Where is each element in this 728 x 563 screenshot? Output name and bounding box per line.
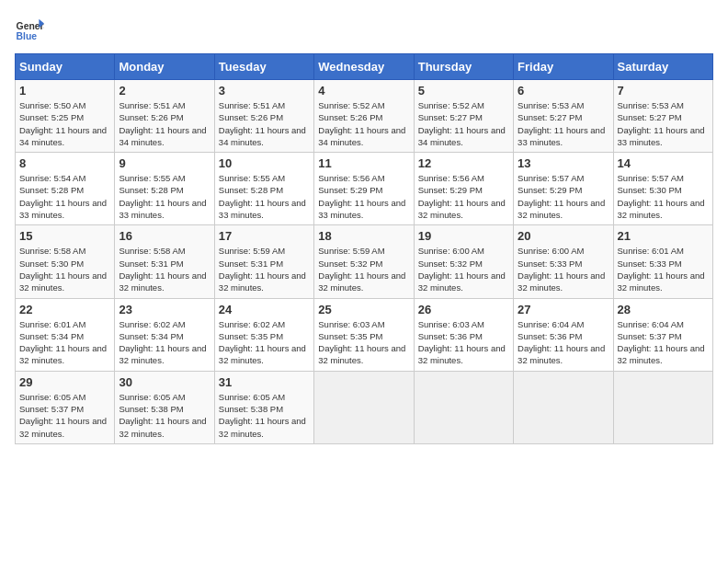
calendar-cell: 11 Sunrise: 5:56 AMSunset: 5:29 PMDaylig… bbox=[314, 153, 414, 225]
day-number: 13 bbox=[518, 156, 609, 170]
calendar-cell: 7 Sunrise: 5:53 AMSunset: 5:27 PMDayligh… bbox=[613, 80, 712, 153]
calendar-cell: 28 Sunrise: 6:04 AMSunset: 5:37 PMDaylig… bbox=[613, 298, 712, 371]
calendar-cell: 31 Sunrise: 6:05 AMSunset: 5:38 PMDaylig… bbox=[214, 371, 313, 443]
calendar-cell: 3 Sunrise: 5:51 AMSunset: 5:26 PMDayligh… bbox=[214, 80, 313, 153]
day-number: 15 bbox=[19, 229, 110, 243]
day-info: Sunrise: 5:52 AMSunset: 5:26 PMDaylight:… bbox=[318, 99, 409, 148]
day-info: Sunrise: 5:52 AMSunset: 5:27 PMDaylight:… bbox=[418, 99, 509, 148]
day-number: 1 bbox=[19, 84, 110, 98]
day-number: 25 bbox=[318, 303, 409, 316]
calendar-cell: 5 Sunrise: 5:52 AMSunset: 5:27 PMDayligh… bbox=[414, 80, 513, 153]
calendar-cell: 25 Sunrise: 6:03 AMSunset: 5:35 PMDaylig… bbox=[314, 298, 414, 371]
day-info: Sunrise: 5:57 AMSunset: 5:30 PMDaylight:… bbox=[618, 172, 709, 221]
calendar-cell bbox=[613, 371, 712, 443]
calendar-cell: 18 Sunrise: 5:59 AMSunset: 5:32 PMDaylig… bbox=[314, 225, 414, 298]
calendar-cell: 1 Sunrise: 5:50 AMSunset: 5:25 PMDayligh… bbox=[16, 80, 115, 153]
day-number: 22 bbox=[19, 303, 110, 316]
weekday-header: Monday bbox=[115, 54, 214, 80]
calendar-week-row: 15 Sunrise: 5:58 AMSunset: 5:30 PMDaylig… bbox=[16, 225, 713, 298]
day-info: Sunrise: 6:01 AMSunset: 5:33 PMDaylight:… bbox=[618, 245, 709, 293]
day-info: Sunrise: 5:59 AMSunset: 5:32 PMDaylight:… bbox=[318, 245, 409, 293]
day-info: Sunrise: 6:04 AMSunset: 5:37 PMDaylight:… bbox=[618, 318, 709, 367]
day-number: 6 bbox=[518, 84, 609, 98]
day-info: Sunrise: 5:55 AMSunset: 5:28 PMDaylight:… bbox=[119, 172, 210, 221]
weekday-header: Wednesday bbox=[314, 54, 414, 80]
day-number: 3 bbox=[219, 84, 310, 98]
page-header: GeneralBlue bbox=[15, 15, 713, 44]
calendar-cell: 17 Sunrise: 5:59 AMSunset: 5:31 PMDaylig… bbox=[214, 225, 313, 298]
svg-text:Blue: Blue bbox=[17, 31, 38, 41]
day-number: 29 bbox=[19, 375, 110, 389]
day-info: Sunrise: 6:03 AMSunset: 5:35 PMDaylight:… bbox=[318, 318, 409, 367]
calendar-cell: 29 Sunrise: 6:05 AMSunset: 5:37 PMDaylig… bbox=[16, 371, 115, 443]
day-info: Sunrise: 6:00 AMSunset: 5:33 PMDaylight:… bbox=[518, 245, 609, 293]
calendar-cell: 27 Sunrise: 6:04 AMSunset: 5:36 PMDaylig… bbox=[514, 298, 613, 371]
day-number: 30 bbox=[119, 375, 210, 389]
day-info: Sunrise: 6:02 AMSunset: 5:34 PMDaylight:… bbox=[119, 318, 210, 367]
day-info: Sunrise: 5:57 AMSunset: 5:29 PMDaylight:… bbox=[518, 172, 609, 221]
day-number: 12 bbox=[418, 156, 509, 170]
calendar-week-row: 1 Sunrise: 5:50 AMSunset: 5:25 PMDayligh… bbox=[16, 80, 713, 153]
calendar-cell: 23 Sunrise: 6:02 AMSunset: 5:34 PMDaylig… bbox=[115, 298, 214, 371]
calendar-cell: 22 Sunrise: 6:01 AMSunset: 5:34 PMDaylig… bbox=[16, 298, 115, 371]
calendar-cell: 30 Sunrise: 6:05 AMSunset: 5:38 PMDaylig… bbox=[115, 371, 214, 443]
day-info: Sunrise: 6:00 AMSunset: 5:32 PMDaylight:… bbox=[418, 245, 509, 293]
weekday-header: Tuesday bbox=[214, 54, 313, 80]
day-info: Sunrise: 6:05 AMSunset: 5:38 PMDaylight:… bbox=[119, 391, 210, 440]
calendar-cell: 20 Sunrise: 6:00 AMSunset: 5:33 PMDaylig… bbox=[514, 225, 613, 298]
day-info: Sunrise: 6:04 AMSunset: 5:36 PMDaylight:… bbox=[518, 318, 609, 367]
calendar-cell: 8 Sunrise: 5:54 AMSunset: 5:28 PMDayligh… bbox=[16, 153, 115, 225]
calendar-cell: 2 Sunrise: 5:51 AMSunset: 5:26 PMDayligh… bbox=[115, 80, 214, 153]
day-number: 26 bbox=[418, 303, 509, 316]
day-number: 11 bbox=[318, 156, 409, 170]
calendar-cell bbox=[314, 371, 414, 443]
calendar-cell: 19 Sunrise: 6:00 AMSunset: 5:32 PMDaylig… bbox=[414, 225, 513, 298]
day-number: 27 bbox=[518, 303, 609, 316]
day-number: 5 bbox=[418, 84, 509, 98]
day-info: Sunrise: 5:55 AMSunset: 5:28 PMDaylight:… bbox=[219, 172, 310, 221]
day-number: 2 bbox=[119, 84, 210, 98]
day-info: Sunrise: 5:54 AMSunset: 5:28 PMDaylight:… bbox=[19, 172, 110, 221]
logo-icon: GeneralBlue bbox=[15, 15, 44, 44]
calendar-cell: 15 Sunrise: 5:58 AMSunset: 5:30 PMDaylig… bbox=[16, 225, 115, 298]
day-info: Sunrise: 5:56 AMSunset: 5:29 PMDaylight:… bbox=[318, 172, 409, 221]
calendar-week-row: 29 Sunrise: 6:05 AMSunset: 5:37 PMDaylig… bbox=[16, 371, 713, 443]
day-number: 18 bbox=[318, 229, 409, 243]
day-number: 9 bbox=[119, 156, 210, 170]
calendar-week-row: 22 Sunrise: 6:01 AMSunset: 5:34 PMDaylig… bbox=[16, 298, 713, 371]
calendar-cell: 16 Sunrise: 5:58 AMSunset: 5:31 PMDaylig… bbox=[115, 225, 214, 298]
day-number: 10 bbox=[219, 156, 310, 170]
day-number: 17 bbox=[219, 229, 310, 243]
calendar-header: SundayMondayTuesdayWednesdayThursdayFrid… bbox=[16, 54, 713, 80]
calendar-cell: 21 Sunrise: 6:01 AMSunset: 5:33 PMDaylig… bbox=[613, 225, 712, 298]
calendar-cell bbox=[414, 371, 513, 443]
day-info: Sunrise: 5:59 AMSunset: 5:31 PMDaylight:… bbox=[219, 245, 310, 293]
calendar-cell bbox=[514, 371, 613, 443]
weekday-header: Sunday bbox=[16, 54, 115, 80]
calendar-cell: 26 Sunrise: 6:03 AMSunset: 5:36 PMDaylig… bbox=[414, 298, 513, 371]
calendar-week-row: 8 Sunrise: 5:54 AMSunset: 5:28 PMDayligh… bbox=[16, 153, 713, 225]
day-number: 31 bbox=[219, 375, 310, 389]
day-number: 24 bbox=[219, 303, 310, 316]
day-info: Sunrise: 6:02 AMSunset: 5:35 PMDaylight:… bbox=[219, 318, 310, 367]
day-number: 7 bbox=[618, 84, 709, 98]
day-number: 21 bbox=[618, 229, 709, 243]
calendar-cell: 4 Sunrise: 5:52 AMSunset: 5:26 PMDayligh… bbox=[314, 80, 414, 153]
calendar-table: SundayMondayTuesdayWednesdayThursdayFrid… bbox=[15, 53, 713, 444]
calendar-cell: 6 Sunrise: 5:53 AMSunset: 5:27 PMDayligh… bbox=[514, 80, 613, 153]
day-number: 23 bbox=[119, 303, 210, 316]
day-info: Sunrise: 6:01 AMSunset: 5:34 PMDaylight:… bbox=[19, 318, 110, 367]
weekday-header: Thursday bbox=[414, 54, 513, 80]
calendar-cell: 9 Sunrise: 5:55 AMSunset: 5:28 PMDayligh… bbox=[115, 153, 214, 225]
day-info: Sunrise: 5:50 AMSunset: 5:25 PMDaylight:… bbox=[19, 99, 110, 148]
day-number: 20 bbox=[518, 229, 609, 243]
day-info: Sunrise: 5:53 AMSunset: 5:27 PMDaylight:… bbox=[518, 99, 609, 148]
day-info: Sunrise: 5:56 AMSunset: 5:29 PMDaylight:… bbox=[418, 172, 509, 221]
calendar-cell: 12 Sunrise: 5:56 AMSunset: 5:29 PMDaylig… bbox=[414, 153, 513, 225]
day-info: Sunrise: 5:51 AMSunset: 5:26 PMDaylight:… bbox=[119, 99, 210, 148]
day-number: 14 bbox=[618, 156, 709, 170]
day-number: 8 bbox=[19, 156, 110, 170]
day-info: Sunrise: 5:53 AMSunset: 5:27 PMDaylight:… bbox=[618, 99, 709, 148]
day-number: 16 bbox=[119, 229, 210, 243]
logo: GeneralBlue bbox=[15, 15, 44, 44]
